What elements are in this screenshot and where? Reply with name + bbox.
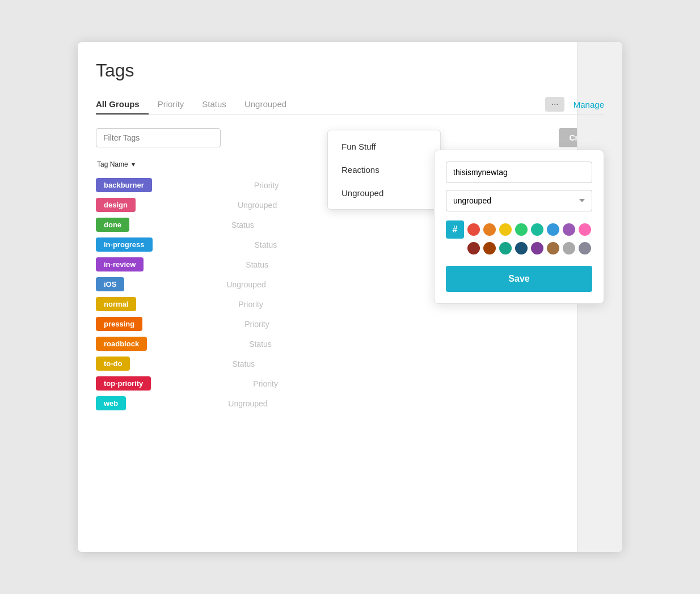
color-dot-green[interactable]: [515, 223, 528, 236]
dropdown-item-reactions[interactable]: Reactions: [328, 158, 440, 181]
tag-badge-normal[interactable]: normal: [96, 297, 136, 311]
color-row-2: [467, 242, 592, 254]
color-dot-dark-blue[interactable]: [515, 242, 528, 254]
tag-badge-pressing[interactable]: pressing: [96, 317, 142, 331]
color-dot-dark-teal[interactable]: [499, 242, 512, 254]
group-label-9: Status: [232, 359, 581, 368]
color-dot-yellow[interactable]: [499, 223, 512, 236]
tag-badge-design[interactable]: design: [96, 198, 136, 212]
tab-all-groups[interactable]: All Groups: [96, 95, 149, 114]
color-hash-icon: #: [446, 220, 464, 239]
dropdown-item-fun-stuff[interactable]: Fun Stuff: [328, 135, 440, 158]
tag-badge-in-progress[interactable]: in-progress: [96, 237, 153, 252]
group-label-11: Ungrouped: [228, 399, 581, 408]
tag-badge-web[interactable]: web: [96, 396, 126, 410]
tab-ungrouped[interactable]: Ungrouped: [235, 95, 296, 114]
color-dot-teal[interactable]: [531, 223, 543, 236]
filter-input[interactable]: [96, 128, 221, 147]
color-dot-light-gray[interactable]: [563, 242, 575, 254]
save-button[interactable]: Save: [446, 266, 592, 292]
color-dot-gray-blue[interactable]: [579, 242, 591, 254]
group-label-8: Status: [249, 340, 581, 349]
color-dot-blue[interactable]: [547, 223, 559, 236]
table-row: to-do Status ✏️ ✕: [96, 357, 604, 371]
tag-badge-backburner[interactable]: backburner: [96, 178, 152, 192]
color-dot-pink[interactable]: [579, 223, 591, 236]
group-label-10: Priority: [253, 379, 581, 388]
table-row: pressing Priority ✏️ ✕: [96, 317, 604, 331]
table-row: web Ungrouped ✏️ ✕: [96, 396, 604, 410]
table-row: top-priority Priority ✏️ ✕: [96, 376, 604, 391]
tag-badge-done[interactable]: done: [96, 218, 129, 232]
tabs-row: All Groups Priority Status Ungrouped ···…: [96, 95, 604, 114]
dropdown-item-ungrouped[interactable]: Ungrouped: [328, 181, 440, 205]
page-title: Tags: [96, 60, 604, 81]
tab-priority[interactable]: Priority: [149, 95, 193, 114]
color-dot-purple[interactable]: [563, 223, 575, 236]
color-dot-dark-purple[interactable]: [531, 242, 543, 254]
tag-badge-top-priority[interactable]: top-priority: [96, 376, 151, 391]
tab-status[interactable]: Status: [193, 95, 235, 114]
new-tag-input[interactable]: [446, 162, 592, 183]
table-row: roadblock Status ✏️ ✕: [96, 337, 604, 351]
dropdown-menu: Fun Stuff Reactions Ungrouped: [327, 130, 441, 210]
create-panel: ungrouped Priority Status Ungrouped #: [434, 150, 604, 304]
tag-badge-to-do[interactable]: to-do: [96, 357, 130, 371]
group-select[interactable]: ungrouped Priority Status Ungrouped: [446, 190, 592, 211]
color-dot-dark-red[interactable]: [467, 242, 480, 254]
tag-badge-roadblock[interactable]: roadblock: [96, 337, 147, 351]
tag-badge-ios[interactable]: iOS: [96, 277, 124, 291]
more-button[interactable]: ···: [545, 97, 564, 112]
tag-badge-in-review[interactable]: in-review: [96, 257, 144, 271]
color-row-1: #: [446, 220, 592, 239]
tag-name-sort[interactable]: Tag Name ▾: [96, 159, 135, 168]
color-dot-brown[interactable]: [547, 242, 559, 254]
color-dot-orange[interactable]: [483, 223, 496, 236]
group-label-7: Priority: [244, 320, 581, 329]
color-dot-red[interactable]: [467, 223, 480, 236]
color-dot-dark-orange[interactable]: [483, 242, 496, 254]
manage-link[interactable]: Manage: [574, 100, 604, 109]
